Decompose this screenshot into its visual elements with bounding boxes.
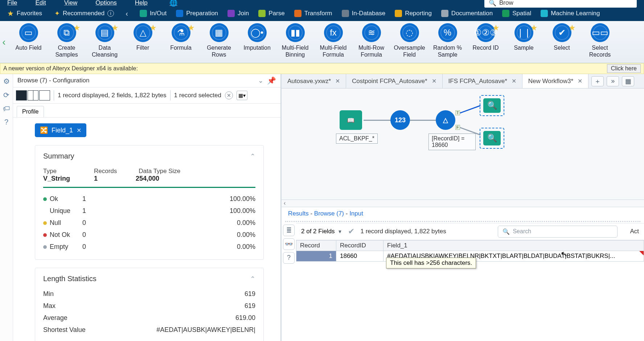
ribbon-tool[interactable]: ⚗★Formula <box>162 23 200 58</box>
tag-icon[interactable]: 🏷 <box>3 104 10 113</box>
ribbon-tool[interactable]: ◌Oversample Field <box>390 23 428 58</box>
ribbon-tool[interactable]: ▭▭Select Records <box>581 23 619 58</box>
crumb-results[interactable]: Results <box>288 210 309 217</box>
check-icon[interactable]: ✔ <box>348 227 354 236</box>
update-link[interactable]: Click here <box>607 64 641 73</box>
col-record[interactable]: Record <box>296 240 336 251</box>
category-chip-icon <box>441 10 448 17</box>
toolbar-menu-button[interactable]: ▦▾ <box>237 91 247 100</box>
col-field1[interactable]: Field_1 <box>383 240 644 251</box>
view-stack-button[interactable] <box>39 90 50 100</box>
tab-menu-button[interactable]: ▦ <box>622 76 634 86</box>
category-item[interactable]: Machine Learning <box>536 10 604 17</box>
tool-label: Create Samples <box>48 44 86 58</box>
results-actions-label[interactable]: Act <box>630 228 639 235</box>
tree-icon: 🔀 <box>40 126 48 134</box>
workflow-tab-close-icon[interactable]: ✕ <box>432 78 436 85</box>
ribbon-tool[interactable]: ▮▮Multi-Field Binning <box>276 23 314 58</box>
chevron-down-icon[interactable]: ⌄ <box>258 77 263 85</box>
globe-icon[interactable]: 🌐 <box>169 0 177 7</box>
ribbon-tool[interactable]: ⧉★Create Samples <box>48 23 86 58</box>
category-label: Documentation <box>451 10 493 17</box>
workflow-tab-close-icon[interactable]: ✕ <box>335 78 340 85</box>
collapse-icon[interactable]: ⌃ <box>250 152 255 160</box>
ribbon-tool[interactable]: ◯•Imputation <box>238 23 276 58</box>
workflow-tab[interactable]: Autosave.yxwz*✕ <box>282 74 346 88</box>
canvas-scrollbar[interactable]: ‹ <box>282 200 644 207</box>
workflow-tab-close-icon[interactable]: ✕ <box>512 78 516 85</box>
crumb-browse[interactable]: Browse (7) <box>314 210 344 217</box>
ribbon-tool[interactable]: ≋Multi-Row Formula <box>352 23 390 58</box>
category-label: Transform <box>304 10 332 17</box>
col-recordid[interactable]: RecordID <box>336 240 383 251</box>
help-icon[interactable]: ? <box>283 252 295 264</box>
category-item[interactable]: In/Out <box>135 10 171 17</box>
collapse-icon[interactable]: ⌃ <box>250 275 255 283</box>
category-item[interactable]: Join <box>223 10 253 17</box>
category-item[interactable]: Preparation <box>172 10 222 17</box>
favorite-star-icon: ★ <box>492 23 500 33</box>
ribbon-prev-icon[interactable]: ‹ <box>0 23 8 61</box>
workflow-tab-close-icon[interactable]: ✕ <box>578 78 582 85</box>
category-recommended[interactable]: Recommended i <box>50 6 118 21</box>
selection-info-text: 1 record selected <box>174 92 221 99</box>
fields-dropdown-icon[interactable]: ▼ <box>338 229 342 234</box>
scroll-left-icon[interactable]: ‹ <box>282 200 288 206</box>
summary-card: Summary ⌃ Type Records Data Type Size V_… <box>35 145 264 260</box>
gear-icon[interactable]: ⚙ <box>3 77 10 86</box>
category-item[interactable]: Transform <box>290 10 337 17</box>
crumb-input[interactable]: Input <box>349 210 363 217</box>
new-tab-button[interactable]: ＋ <box>591 76 604 86</box>
field-pill[interactable]: 🔀 Field_1 ✕ <box>35 123 86 137</box>
tool-label: Multi-Field Formula <box>314 44 352 58</box>
ribbon-tool[interactable]: ▦Generate Rows <box>200 23 238 58</box>
workflow-canvas[interactable]: 📖 ACL_BKPF_* 123 △ T F [RecordID] = 1866… <box>282 89 644 207</box>
pin-icon[interactable]: 📌 <box>267 76 276 85</box>
ribbon-tool[interactable]: ▤★Data Cleansing <box>86 23 124 58</box>
ribbon-tool[interactable]: %Random % Sample <box>428 23 467 58</box>
binoculars-icon[interactable]: 👓 <box>283 238 295 250</box>
filter-node[interactable]: △ <box>436 110 455 130</box>
category-favorites[interactable]: Favorites <box>3 6 46 21</box>
global-search[interactable]: 🔍 Brow <box>484 0 637 8</box>
category-item[interactable]: Parse <box>254 10 289 17</box>
view-split-button[interactable] <box>28 90 38 100</box>
category-item[interactable]: Reporting <box>390 10 436 17</box>
ribbon-tool[interactable]: fxMulti-Field Formula <box>314 23 352 58</box>
profile-tab[interactable]: Profile <box>17 106 44 117</box>
ribbon-tool[interactable]: ▭Auto Field <box>9 23 48 58</box>
length-label: Shortest Value <box>43 326 86 334</box>
browse-node-false[interactable]: 🔍 <box>480 128 504 149</box>
profile-body[interactable]: 🔀 Field_1 ✕ Summary ⌃ Type Records Data … <box>13 118 280 341</box>
recordid-node[interactable]: 123 <box>390 110 410 130</box>
length-label: Average <box>43 314 67 322</box>
help-icon[interactable]: ? <box>4 118 8 126</box>
tab-overflow-button[interactable]: » <box>607 76 619 86</box>
tool-label: Select Records <box>581 44 619 58</box>
workflow-tab[interactable]: New Workflow3*✕ <box>522 74 588 88</box>
input-node[interactable]: 📖 <box>340 110 362 130</box>
category-item[interactable]: Documentation <box>437 10 497 17</box>
results-search[interactable]: 🔍 Search <box>498 226 618 238</box>
category-item[interactable]: Spatial <box>498 10 536 17</box>
grid-rownum: 1 <box>296 251 336 261</box>
ribbon-tool[interactable]: △★Filter <box>124 23 162 58</box>
category-prev-icon[interactable]: ‹ <box>122 9 132 18</box>
ribbon-tool[interactable]: ①②③★Record ID <box>467 23 505 58</box>
field-pill-remove-icon[interactable]: ✕ <box>77 127 81 134</box>
view-single-button[interactable] <box>16 90 27 100</box>
workflow-tab[interactable]: IFS FCPA_Autosave*✕ <box>443 74 522 88</box>
category-item[interactable]: In-Database <box>337 10 390 17</box>
workflow-tab[interactable]: Costpoint FCPA_Autosave*✕ <box>346 74 443 88</box>
clear-selection-icon[interactable]: ✕ <box>225 91 233 99</box>
ribbon-tool[interactable]: ❘❘★Sample <box>505 23 543 58</box>
rows-icon[interactable]: ≣ <box>283 225 295 236</box>
update-banner: A newer version of Alteryx Designer x64 … <box>0 63 644 74</box>
menu-help[interactable]: Help <box>135 0 148 7</box>
ribbon-tool[interactable]: ✔★Select <box>543 23 581 58</box>
stat-count: 1 <box>82 207 97 215</box>
length-stat-row: Average619.00 <box>43 312 255 324</box>
refresh-icon[interactable]: ⟳ <box>3 91 9 99</box>
browse-node-true[interactable]: 🔍 <box>480 95 504 116</box>
summary-dts-v: 254,000 <box>136 175 159 182</box>
